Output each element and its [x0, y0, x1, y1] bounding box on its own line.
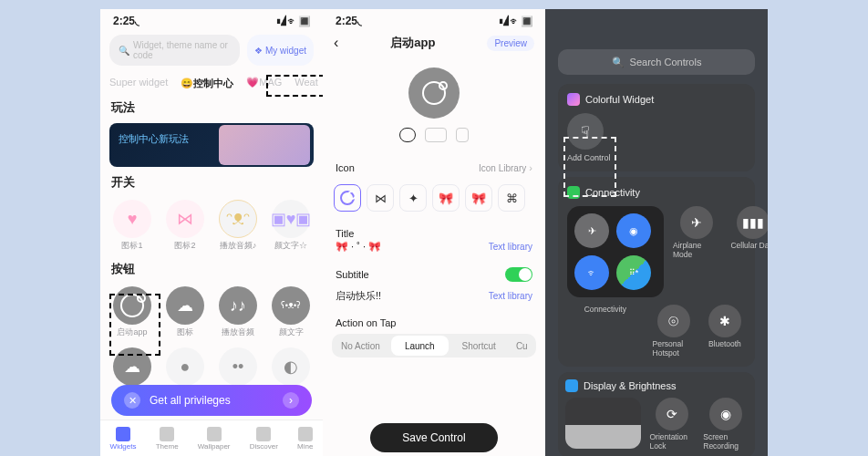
status-time: 2:25◟: [336, 15, 362, 27]
nav-widgets[interactable]: Widgets: [110, 427, 137, 451]
astronaut-icon: [113, 286, 151, 325]
airplane-icon: ✈: [588, 225, 596, 237]
button-audio[interactable]: ♪♪播放音频: [216, 286, 260, 338]
add-control-button[interactable]: ☟: [567, 113, 604, 150]
icon-option[interactable]: ⋈: [367, 184, 394, 212]
control-airplane[interactable]: ✈Airplane Mode: [673, 206, 720, 259]
button-icon[interactable]: ☁图标: [163, 286, 207, 338]
theme-icon: [160, 427, 174, 441]
switch-item[interactable]: ♥图标1: [110, 200, 154, 252]
control-cellular[interactable]: ▮▮▮Cellular Data: [729, 206, 768, 259]
button-launch-app[interactable]: 启动app: [110, 286, 154, 338]
icon-option[interactable]: ⌘: [498, 184, 525, 212]
airdrop-icon: ᯤ: [587, 267, 597, 278]
connectivity-icon: [567, 186, 580, 199]
tab-mag[interactable]: 💗MAG: [246, 77, 282, 90]
back-button[interactable]: ‹: [334, 35, 338, 51]
dot-icon: ●: [166, 347, 204, 386]
sparkle-icon: ❖: [254, 46, 263, 56]
control-connectivity[interactable]: Connectivity: [567, 305, 644, 358]
bear-icon: ᵔᴥᵔ: [219, 200, 257, 238]
chevron-right-icon: ›: [283, 392, 299, 409]
close-icon[interactable]: ✕: [124, 392, 140, 409]
section-button: 按钮: [100, 257, 323, 281]
bluetooth-icon: ✱: [708, 305, 741, 337]
card-brightness: Display & Brightness ⟳Orientation Lock ◉…: [558, 372, 755, 456]
control-screen-record[interactable]: ◉Screen Recording: [703, 398, 748, 451]
nav-theme[interactable]: Theme: [156, 427, 179, 451]
brightness-slider[interactable]: [565, 398, 641, 449]
kaomoji-icon: ▣♥▣: [272, 200, 310, 238]
control-bluetooth[interactable]: ✱Bluetooth: [704, 305, 746, 358]
icon-option[interactable]: 🎀: [432, 184, 460, 212]
banner-play[interactable]: 控制中心新玩法: [109, 123, 314, 167]
card-colorful-widget: Colorful Widget ☟ Add Control: [558, 84, 755, 171]
shape-rounded[interactable]: [425, 128, 447, 142]
search-controls[interactable]: 🔍 Search Controls: [558, 49, 755, 75]
mine-icon: [298, 427, 313, 441]
subtitle-input[interactable]: 启动快乐!!: [336, 289, 381, 303]
row-subtitle: Subtitle: [323, 260, 545, 289]
nav-mine[interactable]: Mine: [297, 427, 313, 451]
airplane-toggle[interactable]: ✈: [574, 213, 609, 248]
row-title: Title: [323, 221, 545, 241]
add-control-label: Add Control: [567, 153, 746, 162]
seg-custom[interactable]: Cu: [508, 341, 536, 351]
heart-icon: ♥: [113, 200, 151, 238]
orientation-lock-icon: ⟳: [656, 398, 688, 430]
icon-option[interactable]: [334, 184, 361, 212]
cloud-icon: ☁: [166, 286, 204, 325]
screen-edit-control: 2:25◟ ▮◢ ᯤ 🔳 ‹ 启动app Preview Icon Icon L…: [323, 9, 545, 456]
screen-control-center: 🔍 Search Controls Colorful Widget ☟ Add …: [545, 9, 768, 456]
control-orientation[interactable]: ⟳Orientation Lock: [650, 398, 695, 451]
seg-no-action[interactable]: No Action: [332, 341, 389, 351]
text-library-link[interactable]: Text library: [489, 242, 532, 252]
wifi-icon: ◉: [629, 225, 638, 237]
nav-wallpaper[interactable]: Wallpaper: [198, 427, 231, 451]
button-row: 启动app ☁图标 ♪♪播放音频 ʕ•ᴥ•ʔ颜文字: [100, 281, 323, 344]
preview-button[interactable]: Preview: [487, 36, 534, 51]
moon-icon: ◐: [272, 347, 310, 386]
search-input[interactable]: 🔍 Widget, theme name or code: [109, 35, 240, 66]
wifi-toggle[interactable]: ◉: [616, 213, 651, 248]
control-hotspot[interactable]: ⦾Personal Hotspot: [653, 305, 695, 358]
shape-circle[interactable]: [399, 128, 416, 142]
cellular-toggle[interactable]: ⠿*: [616, 255, 651, 290]
section-play: 玩法: [100, 96, 323, 119]
button-kaomoji[interactable]: ʕ•ᴥ•ʔ颜文字: [269, 286, 313, 338]
my-widget-button[interactable]: ❖ My widget: [247, 35, 314, 66]
switch-row: ♥图标1 ⋈图标2 ᵔᴥᵔ播放音频♪ ▣♥▣颜文字☆: [100, 194, 323, 257]
cellular-icon: ▮▮▮: [737, 206, 768, 239]
tab-control-center[interactable]: 😄控制中心: [181, 77, 233, 90]
tap-icon: ☟: [581, 123, 590, 140]
text-library-link[interactable]: Text library: [489, 291, 532, 301]
icon-option[interactable]: 🎀: [465, 184, 492, 212]
nav-discover[interactable]: Discover: [250, 427, 278, 451]
tab-weather[interactable]: Weat: [294, 77, 317, 90]
save-control-button[interactable]: Save Control: [370, 423, 498, 452]
shape-selector: [323, 128, 545, 142]
airdrop-toggle[interactable]: ᯤ: [574, 255, 609, 290]
search-icon: 🔍: [612, 57, 625, 68]
privileges-pill[interactable]: ✕ Get all privileges ›: [111, 385, 312, 416]
status-icons: ▮◢ ᯤ 🔳: [276, 16, 310, 27]
status-time: 2:25◟: [113, 15, 140, 27]
icon-option[interactable]: ✦: [399, 184, 427, 212]
connectivity-grid[interactable]: ✈ ◉ ᯤ ⠿*: [567, 206, 664, 297]
shape-square[interactable]: [456, 128, 469, 142]
switch-item[interactable]: ⋈图标2: [163, 200, 207, 252]
status-bar: 2:25◟ ▮◢ ᯤ 🔳: [323, 9, 545, 29]
record-icon: ◉: [709, 398, 742, 430]
subtitle-toggle[interactable]: [505, 267, 532, 282]
switch-item[interactable]: ᵔᴥᵔ播放音频♪: [216, 200, 260, 252]
row-icon[interactable]: Icon Icon Library ›: [323, 155, 545, 181]
brightness-icon: [565, 379, 578, 392]
seg-launch[interactable]: Launch: [391, 336, 449, 356]
title-input[interactable]: 🎀 · ˚ · 🎀: [336, 241, 381, 253]
bow-icon: ⋈: [166, 200, 204, 238]
colorful-widget-icon: [567, 93, 580, 106]
seg-shortcut[interactable]: Shortcut: [450, 341, 508, 351]
tab-super-widget[interactable]: Super widget: [109, 77, 168, 90]
switch-item[interactable]: ▣♥▣颜文字☆: [269, 200, 313, 252]
hotspot-icon: ⦾: [657, 305, 690, 337]
